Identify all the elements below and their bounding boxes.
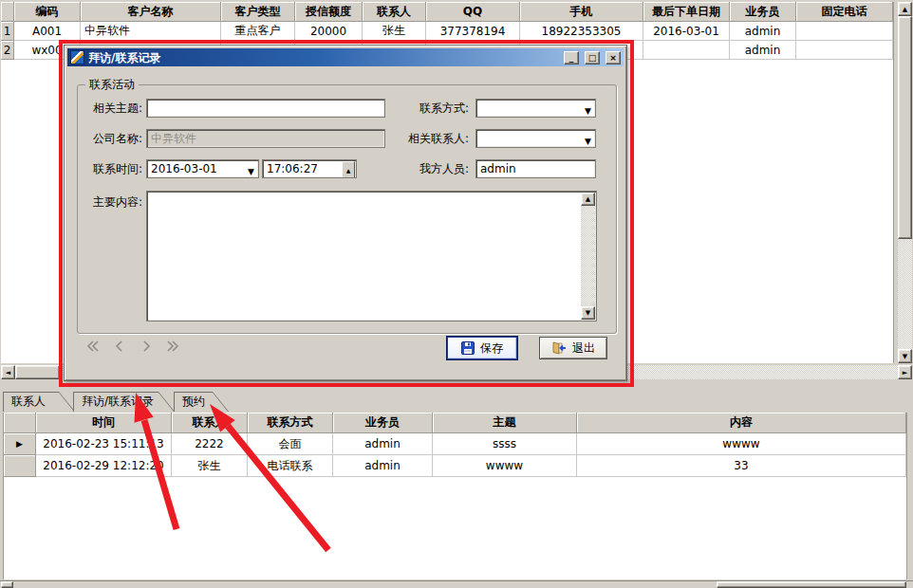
- contact-time-spinner[interactable]: 17:06:27 ▲ ▼: [262, 159, 357, 178]
- cell-code[interactable]: A001: [14, 22, 81, 41]
- nav-first-button[interactable]: [84, 338, 102, 355]
- next-record-icon: [139, 339, 154, 354]
- our-staff-input[interactable]: admin: [475, 159, 596, 178]
- cell-credit[interactable]: 20000: [295, 22, 363, 41]
- col-header-customer-name[interactable]: 客户名称: [81, 2, 221, 22]
- textarea-scrollbar[interactable]: ▲ ▼: [581, 193, 595, 320]
- cell-content[interactable]: 33: [577, 455, 906, 477]
- nav-next-button[interactable]: [138, 338, 155, 355]
- cell-contact[interactable]: 2222: [172, 433, 248, 455]
- contact-method-dropdown[interactable]: ▼: [475, 99, 596, 118]
- col-header-salesman[interactable]: 业务员: [730, 2, 796, 22]
- row-selector: [4, 455, 36, 477]
- cell-subject[interactable]: wwww: [433, 455, 577, 477]
- spin-up-button[interactable]: ▲: [342, 161, 355, 178]
- scroll-left-button[interactable]: [1, 581, 13, 588]
- horizontal-scroll-thumb[interactable]: [15, 365, 60, 379]
- corner-cell: [4, 413, 36, 433]
- scroll-down-button[interactable]: ▼: [898, 349, 912, 363]
- app-logo-icon: [70, 50, 84, 64]
- record-row[interactable]: 2016-02-29 12:12:20 张生 电话联系 admin wwww 3…: [4, 455, 906, 477]
- col-header-credit[interactable]: 授信额度: [295, 2, 363, 22]
- vertical-scrollbar[interactable]: ▲ ▼: [898, 2, 912, 363]
- cell-salesman[interactable]: admin: [730, 22, 796, 41]
- bottom-scrollbar[interactable]: [0, 580, 913, 588]
- chevron-down-icon[interactable]: ▼: [585, 102, 591, 118]
- col-header-content[interactable]: 内容: [577, 413, 906, 433]
- row-selector: ▶: [4, 433, 36, 455]
- cell-qq[interactable]: 377378194: [426, 22, 520, 41]
- cell-contact[interactable]: 张生: [172, 455, 248, 477]
- col-header-mobile[interactable]: 手机: [520, 2, 643, 22]
- cell-content[interactable]: wwww: [577, 433, 906, 455]
- records-grid-header: 时间 联系人 联系方式 业务员 主题 内容: [4, 413, 906, 433]
- related-contact-dropdown[interactable]: ▼: [475, 129, 596, 148]
- cell-subject[interactable]: ssss: [433, 433, 577, 455]
- cell-fixed-phone[interactable]: [796, 41, 893, 60]
- cell-salesman[interactable]: admin: [730, 41, 796, 60]
- cell-last-order-date[interactable]: [643, 41, 730, 60]
- col-header-qq[interactable]: QQ: [426, 2, 520, 22]
- tab-visit-records[interactable]: 拜访/联系记录: [73, 392, 175, 412]
- col-header-time[interactable]: 时间: [36, 413, 172, 433]
- tab-label: 拜访/联系记录: [74, 393, 174, 412]
- first-record-icon: [85, 339, 101, 354]
- scroll-up-button[interactable]: ▲: [581, 193, 595, 206]
- tab-contacts[interactable]: 联系人: [3, 392, 75, 412]
- scroll-down-icon: ▼: [903, 353, 907, 360]
- scroll-down-button[interactable]: ▼: [581, 306, 595, 320]
- chevron-down-icon[interactable]: ▼: [248, 163, 254, 178]
- chevron-down-icon[interactable]: ▼: [585, 133, 591, 148]
- row-number: 1: [1, 22, 14, 41]
- cell-mobile[interactable]: 18922353305: [520, 22, 643, 41]
- minimize-icon: _: [569, 53, 574, 63]
- exit-label: 退出: [572, 340, 595, 357]
- col-header-method[interactable]: 联系方式: [248, 413, 333, 433]
- dialog-titlebar[interactable]: 拜访/联系记录 _ □ ×: [67, 48, 624, 66]
- nav-last-button[interactable]: [164, 338, 181, 355]
- cell-method[interactable]: 电话联系: [248, 455, 333, 477]
- scroll-right-button[interactable]: ►: [898, 365, 912, 379]
- nav-prev-button[interactable]: [111, 338, 128, 355]
- cell-customer-name[interactable]: 中异软件: [81, 22, 221, 41]
- cell-salesman[interactable]: admin: [333, 433, 433, 455]
- col-header-code[interactable]: 编码: [14, 2, 81, 22]
- col-header-contact[interactable]: 联系人: [363, 2, 426, 22]
- cell-time[interactable]: 2016-02-23 15:11:13: [36, 433, 172, 455]
- exit-button[interactable]: 退出: [539, 337, 607, 359]
- col-header-salesman[interactable]: 业务员: [333, 413, 433, 433]
- col-header-fixed-phone[interactable]: 固定电话: [796, 2, 893, 22]
- cell-time[interactable]: 2016-02-29 12:12:20: [36, 455, 172, 477]
- tab-appointments[interactable]: 预约: [174, 392, 229, 412]
- tab-strip: 联系人 拜访/联系记录 预约: [0, 392, 913, 412]
- subject-input[interactable]: [146, 99, 385, 118]
- customer-row[interactable]: 1 A001 中异软件 重点客户 20000 张生 377378194 1892…: [1, 22, 893, 41]
- col-header-last-order-date[interactable]: 最后下单日期: [643, 2, 730, 22]
- close-button[interactable]: ×: [606, 51, 621, 64]
- cell-fixed-phone[interactable]: [796, 22, 893, 41]
- close-icon: ×: [609, 53, 617, 63]
- contact-date-dropdown[interactable]: 2016-03-01▼: [146, 159, 259, 178]
- col-header-subject[interactable]: 主题: [433, 413, 577, 433]
- minimize-button[interactable]: _: [564, 51, 579, 64]
- col-header-contact[interactable]: 联系人: [172, 413, 248, 433]
- save-button[interactable]: 保存: [447, 337, 517, 359]
- col-header-customer-type[interactable]: 客户类型: [221, 2, 295, 22]
- tab-label: 预约: [175, 393, 228, 412]
- vertical-scroll-thumb[interactable]: [898, 16, 912, 239]
- bottom-scroll-thumb[interactable]: [717, 581, 906, 588]
- company-input: 中异软件: [146, 129, 385, 148]
- record-row-selected[interactable]: ▶ 2016-02-23 15:11:13 2222 会面 admin ssss…: [4, 433, 906, 455]
- cell-last-order-date[interactable]: 2016-03-01: [643, 22, 730, 41]
- cell-customer-type[interactable]: 重点客户: [221, 22, 295, 41]
- maximize-button[interactable]: □: [585, 51, 600, 64]
- content-textarea[interactable]: ▲ ▼: [146, 191, 597, 322]
- exit-door-icon: [551, 341, 567, 355]
- customer-grid-header: 编码 客户名称 客户类型 授信额度 联系人 QQ 手机 最后下单日期 业务员 固…: [1, 2, 893, 22]
- scroll-up-button[interactable]: ▲: [898, 2, 912, 16]
- scroll-up-icon: ▲: [903, 6, 907, 13]
- scroll-left-button[interactable]: ◄: [1, 365, 15, 379]
- cell-contact[interactable]: 张生: [363, 22, 426, 41]
- cell-method[interactable]: 会面: [248, 433, 333, 455]
- cell-salesman[interactable]: admin: [333, 455, 433, 477]
